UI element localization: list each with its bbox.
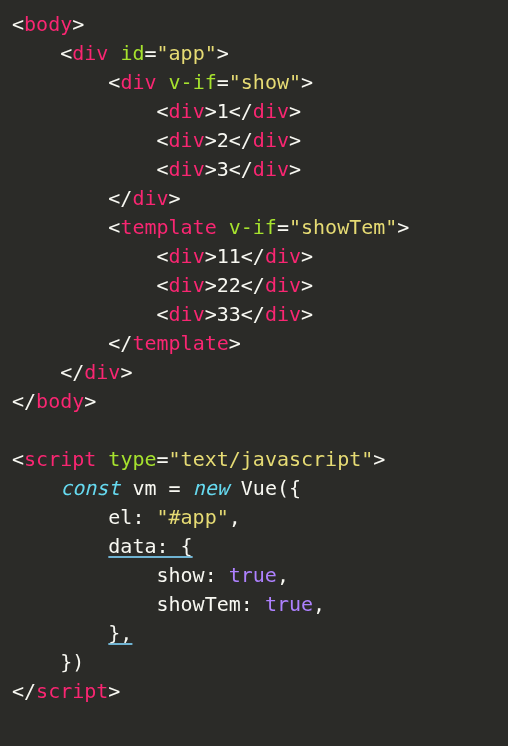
token: >33</ bbox=[205, 302, 265, 326]
indent bbox=[12, 563, 157, 587]
token: div bbox=[169, 244, 205, 268]
code-line[interactable]: <div>33</div> bbox=[12, 300, 496, 329]
token: </ bbox=[108, 331, 132, 355]
token: div bbox=[253, 157, 289, 181]
code-line[interactable]: <template v-if="showTem"> bbox=[12, 213, 496, 242]
code-content: <div>33</div> bbox=[157, 302, 314, 326]
indent bbox=[12, 534, 108, 558]
code-line[interactable]: </div> bbox=[12, 358, 496, 387]
token: > bbox=[229, 331, 241, 355]
code-content: show: true, bbox=[157, 563, 289, 587]
code-editor[interactable]: <body> <div id="app"> <div v-if="show"> … bbox=[0, 0, 508, 746]
token: < bbox=[12, 447, 24, 471]
code-content: showTem: true, bbox=[157, 592, 326, 616]
token: }) bbox=[60, 650, 84, 674]
token bbox=[217, 215, 229, 239]
token: v-if bbox=[169, 70, 217, 94]
token: > bbox=[301, 302, 313, 326]
code-content: </div> bbox=[60, 360, 132, 384]
token: new bbox=[193, 476, 229, 500]
code-line[interactable]: <div v-if="show"> bbox=[12, 68, 496, 97]
token: </ bbox=[108, 186, 132, 210]
token: template bbox=[120, 215, 216, 239]
token: div bbox=[253, 128, 289, 152]
token: const bbox=[60, 476, 120, 500]
code-line[interactable]: }) bbox=[12, 648, 496, 677]
indent bbox=[12, 99, 157, 123]
token: > bbox=[301, 273, 313, 297]
token: >3</ bbox=[205, 157, 253, 181]
token: , bbox=[229, 505, 241, 529]
code-line[interactable]: showTem: true, bbox=[12, 590, 496, 619]
token: </ bbox=[12, 389, 36, 413]
token: div bbox=[132, 186, 168, 210]
token: > bbox=[301, 70, 313, 94]
code-line[interactable]: <div id="app"> bbox=[12, 39, 496, 68]
token: div bbox=[84, 360, 120, 384]
token: < bbox=[108, 215, 120, 239]
token: script bbox=[36, 679, 108, 703]
token: div bbox=[169, 302, 205, 326]
indent bbox=[12, 70, 108, 94]
token: div bbox=[169, 128, 205, 152]
code-line[interactable]: </div> bbox=[12, 184, 496, 213]
token: true bbox=[229, 563, 277, 587]
indent bbox=[12, 273, 157, 297]
token: id bbox=[120, 41, 144, 65]
code-line[interactable] bbox=[12, 416, 496, 445]
token: </ bbox=[60, 360, 84, 384]
code-line[interactable]: </template> bbox=[12, 329, 496, 358]
token: true bbox=[265, 592, 313, 616]
token: < bbox=[157, 244, 169, 268]
token: body bbox=[36, 389, 84, 413]
token: showTem: bbox=[157, 592, 265, 616]
code-line[interactable]: <div>11</div> bbox=[12, 242, 496, 271]
token: < bbox=[60, 41, 72, 65]
code-line[interactable]: <div>2</div> bbox=[12, 126, 496, 155]
token: >22</ bbox=[205, 273, 265, 297]
code-content: }, bbox=[108, 621, 132, 645]
token: , bbox=[313, 592, 325, 616]
code-line[interactable]: el: "#app", bbox=[12, 503, 496, 532]
token: Vue({ bbox=[229, 476, 301, 500]
code-content: <div>2</div> bbox=[157, 128, 302, 152]
indent bbox=[12, 331, 108, 355]
code-content: </script> bbox=[12, 679, 120, 703]
token: < bbox=[108, 70, 120, 94]
token: >1</ bbox=[205, 99, 253, 123]
code-line[interactable]: show: true, bbox=[12, 561, 496, 590]
token: < bbox=[157, 99, 169, 123]
token: div bbox=[169, 99, 205, 123]
token: = bbox=[144, 41, 156, 65]
token: script bbox=[24, 447, 96, 471]
code-line[interactable]: <div>3</div> bbox=[12, 155, 496, 184]
token: "#app" bbox=[157, 505, 229, 529]
code-line[interactable]: <div>22</div> bbox=[12, 271, 496, 300]
token: >11</ bbox=[205, 244, 265, 268]
code-content: </div> bbox=[108, 186, 180, 210]
token: > bbox=[72, 12, 84, 36]
code-line[interactable]: </body> bbox=[12, 387, 496, 416]
code-line[interactable]: <body> bbox=[12, 10, 496, 39]
code-content: data: { bbox=[108, 534, 192, 558]
token: div bbox=[253, 99, 289, 123]
indent bbox=[12, 215, 108, 239]
code-content: <script type="text/javascript"> bbox=[12, 447, 385, 471]
indent bbox=[12, 621, 108, 645]
token: </ bbox=[12, 679, 36, 703]
code-line[interactable]: const vm = new Vue({ bbox=[12, 474, 496, 503]
code-line[interactable]: data: { bbox=[12, 532, 496, 561]
code-content: <div id="app"> bbox=[60, 41, 229, 65]
code-line[interactable]: </script> bbox=[12, 677, 496, 706]
token: > bbox=[301, 244, 313, 268]
code-line[interactable]: <script type="text/javascript"> bbox=[12, 445, 496, 474]
token: type bbox=[108, 447, 156, 471]
indent bbox=[12, 360, 60, 384]
token: "show" bbox=[229, 70, 301, 94]
token: > bbox=[217, 41, 229, 65]
indent bbox=[12, 302, 157, 326]
code-content: </body> bbox=[12, 389, 96, 413]
code-line[interactable]: <div>1</div> bbox=[12, 97, 496, 126]
indent bbox=[12, 128, 157, 152]
code-line[interactable]: }, bbox=[12, 619, 496, 648]
